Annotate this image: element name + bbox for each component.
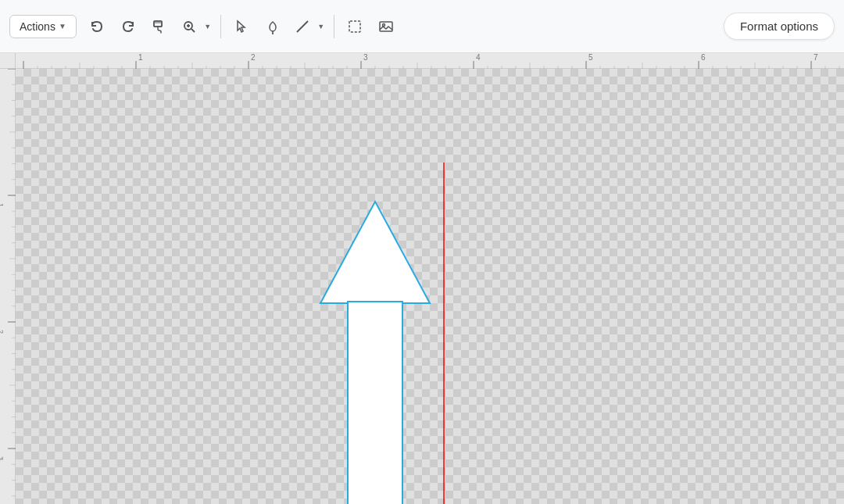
toolbar: Actions ▼ ▼ <box>0 0 844 53</box>
svg-text:5: 5 <box>588 53 593 62</box>
format-paint-icon <box>152 19 167 34</box>
canvas-area: generate via JS below 123 1234567 <box>0 53 844 504</box>
select-box-button[interactable] <box>341 13 369 41</box>
zoom-icon <box>177 13 202 41</box>
ruler-top: 1234567 <box>16 53 844 69</box>
svg-text:4: 4 <box>476 53 481 62</box>
redo-button[interactable] <box>114 13 142 41</box>
format-paint-button[interactable] <box>145 13 173 41</box>
image-button[interactable] <box>372 13 400 41</box>
arrow-head <box>320 202 430 303</box>
arrow-shaft <box>348 302 402 504</box>
svg-text:6: 6 <box>701 53 706 62</box>
canvas-main[interactable] <box>16 69 844 504</box>
line-icon <box>290 13 315 41</box>
undo-button[interactable] <box>83 13 111 41</box>
select-box-icon <box>347 19 363 34</box>
image-icon <box>378 19 394 34</box>
actions-chevron-icon: ▼ <box>59 22 66 30</box>
svg-text:2: 2 <box>251 53 256 62</box>
line-dropdown-arrow-icon: ▼ <box>315 13 327 41</box>
canvas-content <box>16 69 844 504</box>
pointer-icon <box>234 19 249 34</box>
ruler-corner <box>0 53 16 69</box>
svg-line-8 <box>297 21 308 32</box>
ruler-left: generate via JS below 123 <box>0 53 16 504</box>
line-button[interactable]: ▼ <box>290 13 327 41</box>
svg-text:3: 3 <box>363 53 368 62</box>
undo-icon <box>89 19 105 34</box>
redo-icon <box>120 19 136 34</box>
pointer-button[interactable] <box>227 13 256 41</box>
svg-text:7: 7 <box>814 53 818 62</box>
format-options-button[interactable]: Format options <box>724 13 835 40</box>
zoom-button[interactable]: ▼ <box>177 13 214 41</box>
actions-button[interactable]: Actions ▼ <box>9 15 77 38</box>
canvas-and-ruler: 1234567 <box>16 53 844 504</box>
svg-text:1: 1 <box>0 203 5 207</box>
separator-1 <box>220 15 221 38</box>
svg-text:2: 2 <box>0 330 5 334</box>
actions-label: Actions <box>20 20 55 33</box>
svg-text:3: 3 <box>0 456 5 460</box>
svg-point-7 <box>272 33 274 34</box>
separator-2 <box>334 15 334 38</box>
svg-rect-10 <box>380 22 392 31</box>
svg-text:1: 1 <box>138 53 143 62</box>
shape-icon <box>265 19 281 34</box>
shape-button[interactable] <box>259 13 287 41</box>
svg-line-4 <box>191 29 195 32</box>
zoom-dropdown-arrow-icon: ▼ <box>202 13 214 41</box>
svg-rect-9 <box>349 21 360 32</box>
format-options-label: Format options <box>740 20 818 33</box>
